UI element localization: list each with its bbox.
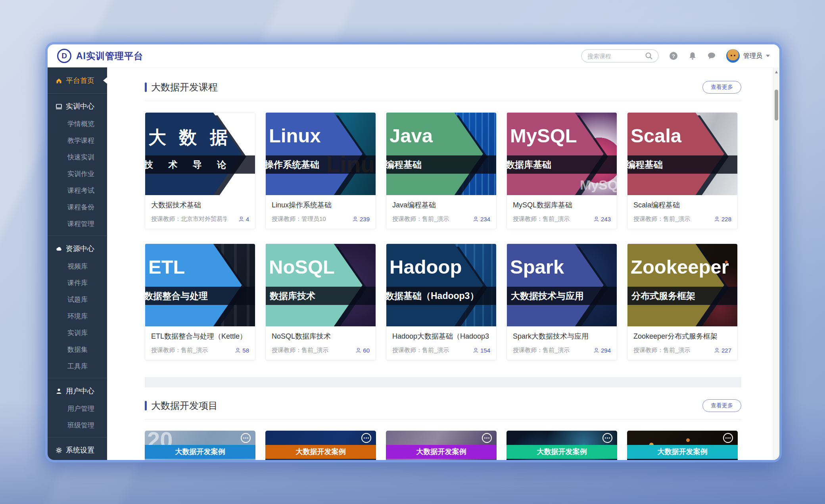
project-card[interactable]: 大数据开发案例 [386, 431, 497, 460]
sidebar-item-平台首页[interactable]: 平台首页 [48, 71, 107, 90]
person-icon [714, 347, 720, 353]
cover-subtitle: 数据库基础 [507, 155, 617, 174]
app-title: AI实训管理平台 [76, 50, 143, 62]
project-card[interactable]: 大数据开发案例 [265, 431, 376, 460]
course-card[interactable]: Hadoop 数据基础（Hadoop3） Hadoop大数据基础（Hadoop3… [386, 243, 497, 360]
course-title: 大数据技术基础 [151, 200, 249, 210]
course-title: Scala编程基础 [633, 200, 731, 210]
course-cover: Scala 编程基础 [627, 113, 737, 195]
sidebar-subitem-快速实训[interactable]: 快速实训 [48, 149, 107, 165]
sidebar-divider [48, 236, 107, 236]
section-accent-bar [145, 82, 147, 92]
student-count: 294 [593, 347, 611, 354]
view-more-projects-button[interactable]: 查看更多 [702, 399, 741, 412]
cover-big-title: Spark [510, 257, 564, 278]
help-icon[interactable]: ? [669, 52, 678, 60]
app-logo-icon: D [57, 49, 71, 63]
project-card[interactable]: 大数据开发案例 [507, 431, 617, 460]
sidebar-subitem-试题库[interactable]: 试题库 [48, 291, 107, 308]
sidebar-subitem-课程管理[interactable]: 课程管理 [48, 215, 107, 232]
person-icon [593, 216, 599, 222]
sidebar-item-用户中心[interactable]: 用户中心 [48, 382, 107, 400]
course-teacher: 授课教师：管理员10 [272, 215, 326, 223]
sidebar-item-label: 用户中心 [66, 386, 94, 396]
sidebar-item-实训中心[interactable]: 实训中心 [48, 97, 107, 115]
view-more-courses-button[interactable]: 查看更多 [702, 81, 741, 94]
scrollbar[interactable]: ▲ [773, 67, 779, 460]
avatar[interactable] [726, 49, 740, 63]
project-card[interactable]: 20 大数据开发案例 [145, 431, 255, 460]
course-card[interactable]: NoSQL 数据库技术 NoSQL数据库技术 授课教师：售前_演示 60 [265, 243, 376, 360]
course-meta: 授课教师：售前_演示 227 [633, 347, 731, 354]
person-icon [473, 347, 479, 353]
course-teacher: 授课教师：售前_演示 [392, 347, 449, 354]
course-card[interactable]: Scala 编程基础 Scala编程基础 授课教师：售前_演示 228 [627, 112, 738, 229]
project-card[interactable]: 大数据开发案例 [627, 431, 738, 460]
student-count: 227 [714, 347, 731, 354]
course-card[interactable]: Spark 大数据技术与应用 Spark大数据技术与应用 授课教师：售前_演示 … [507, 243, 617, 360]
student-count-value: 58 [242, 347, 249, 354]
user-menu[interactable]: 管理员 [726, 49, 770, 63]
section-title: 大数据开发项目 [151, 399, 218, 412]
course-info: Scala编程基础 授课教师：售前_演示 228 [627, 195, 737, 229]
scrollbar-thumb[interactable] [775, 90, 778, 121]
sidebar-subitem-课件库[interactable]: 课件库 [48, 274, 107, 291]
cover-subtitle-band: 编程基础 [627, 155, 737, 174]
person-icon [238, 216, 244, 222]
sidebar-subitem-班级管理[interactable]: 班级管理 [48, 417, 107, 433]
search-icon[interactable] [645, 52, 653, 60]
student-count: 154 [473, 347, 490, 354]
project-banner: 大数据开发案例 [386, 445, 497, 459]
person-icon [593, 347, 599, 353]
section-divider [145, 101, 741, 101]
scrollbar-up-arrow[interactable]: ▲ [773, 67, 779, 74]
sidebar-subitem-视频库[interactable]: 视频库 [48, 258, 107, 274]
course-title: MySQL数据库基础 [513, 200, 611, 210]
search-box[interactable] [581, 49, 659, 63]
section-divider [145, 419, 741, 420]
search-input[interactable] [587, 52, 645, 60]
sidebar-item-资源中心[interactable]: 资源中心 [48, 240, 107, 258]
course-card[interactable]: Java 编程基础 Java编程基础 授课教师：售前_演示 234 [386, 112, 497, 229]
course-card[interactable]: Zookeeper 分布式服务框架 Zookeeper分布式服务框架 授课教师：… [627, 243, 738, 360]
student-count: 234 [473, 216, 490, 222]
section-accent-bar [145, 401, 147, 410]
header-actions: ? 管理员 [581, 49, 770, 63]
sidebar-subitem-学情概览[interactable]: 学情概览 [48, 115, 107, 132]
course-card[interactable]: 大 数 据 技 术 导 论 大数据技术基础 授课教师：北京市对外贸易学校教...… [145, 112, 255, 229]
section-header: 大数据开发项目 查看更多 [145, 399, 741, 412]
person-icon [714, 216, 720, 222]
sidebar-subitem-数据集[interactable]: 数据集 [48, 341, 107, 358]
course-meta: 授课教师：售前_演示 243 [513, 215, 611, 223]
sidebar-item-系统设置[interactable]: 系统设置 [48, 441, 107, 459]
sidebar-subitem-课程备份[interactable]: 课程备份 [48, 199, 107, 215]
student-count-value: 234 [480, 216, 490, 222]
course-title: Hadoop大数据基础（Hadoop3） [392, 332, 490, 341]
chat-icon[interactable] [707, 52, 716, 60]
section-header: 大数据开发课程 查看更多 [145, 81, 741, 94]
cover-subtitle: 操作系统基础 [266, 155, 376, 174]
sidebar-subitem-用户管理[interactable]: 用户管理 [48, 400, 107, 417]
course-card[interactable]: ETL 数据整合与处理 ETL数据整合与处理（Kettle） 授课教师：售前_演… [145, 243, 255, 360]
person-icon [235, 347, 241, 353]
section-title: 大数据开发课程 [151, 81, 218, 94]
sidebar-subitem-工具库[interactable]: 工具库 [48, 358, 107, 374]
course-cover: Hadoop 数据基础（Hadoop3） [386, 244, 496, 326]
project-banner: 大数据开发案例 [265, 445, 376, 459]
sidebar-subitem-教学课程[interactable]: 教学课程 [48, 132, 107, 149]
top-header: D AI实训管理平台 ? 管理员 [48, 44, 779, 67]
course-card[interactable]: MySQL MySQL 数据库基础 MySQL数据库基础 授课教师：售前_演示 … [507, 112, 617, 229]
sidebar-subitem-课程考试[interactable]: 课程考试 [48, 182, 107, 199]
sidebar-subitem-环境库[interactable]: 环境库 [48, 308, 107, 324]
cover-subtitle: 数据基础（Hadoop3） [386, 287, 496, 305]
cover-subtitle-band: 操作系统基础 [266, 155, 376, 174]
desktop-wallpaper: { "header": { "app_title": "AI实训管理平台", "… [0, 0, 825, 504]
course-card[interactable]: Linux Linux 操作系统基础 Linux操作系统基础 授课教师：管理员1… [265, 112, 376, 229]
cover-subtitle: 编程基础 [627, 155, 737, 174]
cover-subtitle-band: 分布式服务框架 [627, 287, 737, 305]
bell-icon[interactable] [688, 52, 697, 60]
sidebar-subitem-实训作业[interactable]: 实训作业 [48, 165, 107, 182]
project-cards-row: 20 大数据开发案例 大数据开发案例 大数据开发案例 大数据开发案例 大数据开发… [145, 431, 741, 460]
sidebar-subitem-实训库[interactable]: 实训库 [48, 324, 107, 341]
course-cards-row-1: 大 数 据 技 术 导 论 大数据技术基础 授课教师：北京市对外贸易学校教...… [145, 112, 741, 229]
